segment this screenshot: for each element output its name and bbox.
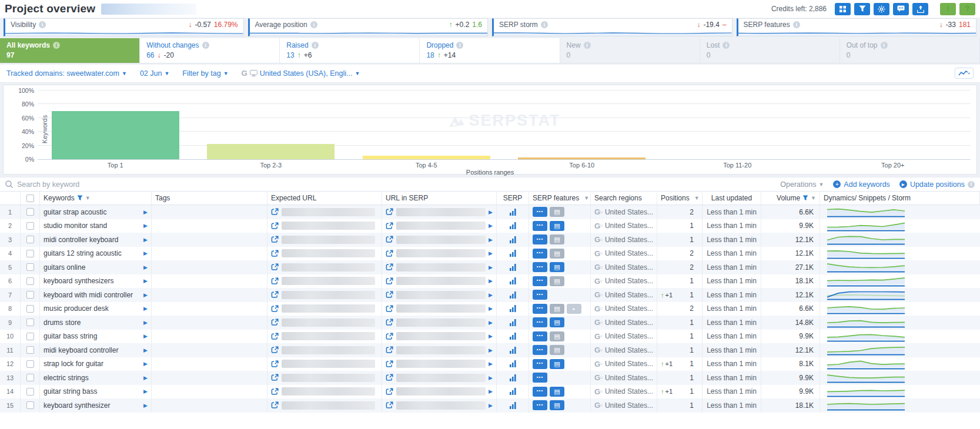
- row-checkbox[interactable]: [26, 208, 34, 216]
- url-expand-arrow-icon[interactable]: ▶: [489, 388, 493, 394]
- serp-features-badge-icon[interactable]: •••: [533, 276, 547, 286]
- external-link-icon[interactable]: [271, 374, 279, 381]
- serp-history-icon[interactable]: [509, 388, 517, 395]
- external-link-icon[interactable]: [386, 333, 393, 340]
- serp-features-badge-icon[interactable]: •••: [533, 234, 547, 244]
- keyword-expand-arrow-icon[interactable]: ▶: [143, 333, 148, 339]
- serp-features-badge-icon[interactable]: •••: [533, 331, 547, 341]
- external-link-icon[interactable]: [386, 263, 393, 271]
- external-link-icon[interactable]: [271, 388, 279, 396]
- external-link-icon[interactable]: [386, 374, 393, 381]
- keyword-expand-arrow-icon[interactable]: ▶: [143, 403, 148, 408]
- filter-by-tag-dropdown[interactable]: Filter by tag▼: [182, 69, 228, 78]
- serp-history-icon[interactable]: [509, 222, 517, 229]
- feedback-chat-icon[interactable]: [893, 3, 909, 15]
- keyword-expand-arrow-icon[interactable]: ▶: [143, 320, 148, 326]
- external-link-icon[interactable]: [271, 305, 279, 313]
- keyword-expand-arrow-icon[interactable]: ▶: [143, 292, 148, 298]
- region-dropdown[interactable]: G United States (USA), Engli...▼: [242, 69, 360, 78]
- url-expand-arrow-icon[interactable]: ▶: [489, 209, 493, 215]
- serp-features-badge-icon[interactable]: •••: [533, 304, 547, 314]
- serp-history-icon[interactable]: [509, 209, 517, 216]
- serp-features-badge-icon[interactable]: •••: [533, 290, 547, 300]
- url-expand-arrow-icon[interactable]: ▶: [489, 403, 493, 408]
- url-expand-arrow-icon[interactable]: ▶: [489, 361, 493, 367]
- snippet-badge-icon[interactable]: ▤: [550, 359, 564, 369]
- snippet-badge-icon[interactable]: ▤: [550, 262, 564, 272]
- url-expand-arrow-icon[interactable]: ▶: [489, 250, 493, 256]
- expand-features-icon[interactable]: ▸: [567, 304, 581, 314]
- serp-features-badge-icon[interactable]: •••: [533, 221, 547, 231]
- serp-history-icon[interactable]: [509, 374, 517, 381]
- tab-all-keywords[interactable]: All keywordsi97: [0, 38, 140, 63]
- snippet-badge-icon[interactable]: ▤: [550, 387, 564, 397]
- serp-history-icon[interactable]: [509, 319, 517, 326]
- snippet-badge-icon[interactable]: ▤: [550, 207, 564, 217]
- chevron-down-icon[interactable]: ▼: [694, 195, 700, 201]
- keyword-expand-arrow-icon[interactable]: ▶: [143, 388, 148, 394]
- chevron-down-icon[interactable]: ▼: [85, 195, 91, 201]
- snippet-badge-icon[interactable]: ▤: [550, 276, 564, 286]
- tab-new[interactable]: Newi0: [560, 38, 700, 63]
- url-expand-arrow-icon[interactable]: ▶: [489, 375, 493, 381]
- row-checkbox[interactable]: [26, 222, 34, 230]
- keyword-expand-arrow-icon[interactable]: ▶: [143, 209, 148, 215]
- serp-features-badge-icon[interactable]: •••: [533, 373, 547, 383]
- external-link-icon[interactable]: [271, 346, 279, 354]
- external-link-icon[interactable]: [386, 360, 393, 368]
- keyword-expand-arrow-icon[interactable]: ▶: [143, 237, 148, 243]
- chart-view-toggle[interactable]: [955, 68, 974, 79]
- external-link-icon[interactable]: [386, 319, 393, 326]
- external-link-icon[interactable]: [271, 208, 279, 216]
- external-link-icon[interactable]: [271, 222, 279, 230]
- snippet-badge-icon[interactable]: ▤: [550, 345, 564, 355]
- metric-card-average-position[interactable]: Average positioni↑+0.21.6: [248, 18, 489, 36]
- external-link-icon[interactable]: [271, 263, 279, 271]
- serp-features-badge-icon[interactable]: •••: [533, 387, 547, 397]
- export-upload-icon[interactable]: [912, 3, 928, 15]
- metric-card-visibility[interactable]: Visibilityi↓-0.5716.79%: [4, 18, 244, 36]
- search-input[interactable]: [17, 180, 193, 189]
- serp-features-badge-icon[interactable]: •••: [533, 262, 547, 272]
- external-link-icon[interactable]: [271, 236, 279, 243]
- date-dropdown[interactable]: 02 Jun▼: [140, 69, 169, 78]
- external-link-icon[interactable]: [271, 333, 279, 340]
- snippet-badge-icon[interactable]: ▤: [550, 221, 564, 231]
- alerts-button[interactable]: !: [940, 3, 956, 15]
- external-link-icon[interactable]: [386, 346, 393, 354]
- serp-features-badge-icon[interactable]: •••: [533, 345, 547, 355]
- snippet-badge-icon[interactable]: ▤: [550, 249, 564, 259]
- keyword-expand-arrow-icon[interactable]: ▶: [143, 306, 148, 311]
- row-checkbox[interactable]: [26, 374, 34, 381]
- keyword-expand-arrow-icon[interactable]: ▶: [143, 347, 148, 353]
- serp-history-icon[interactable]: [509, 277, 517, 284]
- external-link-icon[interactable]: [386, 277, 393, 285]
- row-checkbox[interactable]: [26, 250, 34, 257]
- snippet-badge-icon[interactable]: ▤: [550, 400, 564, 410]
- url-expand-arrow-icon[interactable]: ▶: [489, 237, 493, 243]
- external-link-icon[interactable]: [386, 222, 393, 230]
- tracked-domains-dropdown[interactable]: Tracked domains: sweetwater.com▼: [6, 69, 127, 78]
- keyword-expand-arrow-icon[interactable]: ▶: [143, 223, 148, 229]
- keyword-expand-arrow-icon[interactable]: ▶: [143, 375, 148, 381]
- serp-history-icon[interactable]: [509, 402, 517, 409]
- external-link-icon[interactable]: [386, 305, 393, 313]
- row-checkbox[interactable]: [26, 263, 34, 271]
- serp-history-icon[interactable]: [509, 360, 517, 367]
- url-expand-arrow-icon[interactable]: ▶: [489, 333, 493, 339]
- row-checkbox[interactable]: [26, 401, 34, 409]
- row-checkbox[interactable]: [26, 360, 34, 368]
- operations-dropdown[interactable]: Operations▼: [780, 180, 824, 189]
- row-checkbox[interactable]: [26, 305, 34, 313]
- url-expand-arrow-icon[interactable]: ▶: [489, 223, 493, 229]
- chevron-down-icon[interactable]: ▼: [584, 195, 589, 201]
- tab-raised[interactable]: Raisedi13↑+6: [280, 38, 420, 63]
- serp-history-icon[interactable]: [509, 305, 517, 312]
- serp-features-badge-icon[interactable]: •••: [533, 317, 547, 327]
- row-checkbox[interactable]: [26, 291, 34, 299]
- serp-history-icon[interactable]: [509, 347, 517, 354]
- dashboard-grid-icon[interactable]: [835, 3, 851, 15]
- external-link-icon[interactable]: [386, 250, 393, 257]
- url-expand-arrow-icon[interactable]: ▶: [489, 264, 493, 270]
- row-checkbox[interactable]: [26, 333, 34, 340]
